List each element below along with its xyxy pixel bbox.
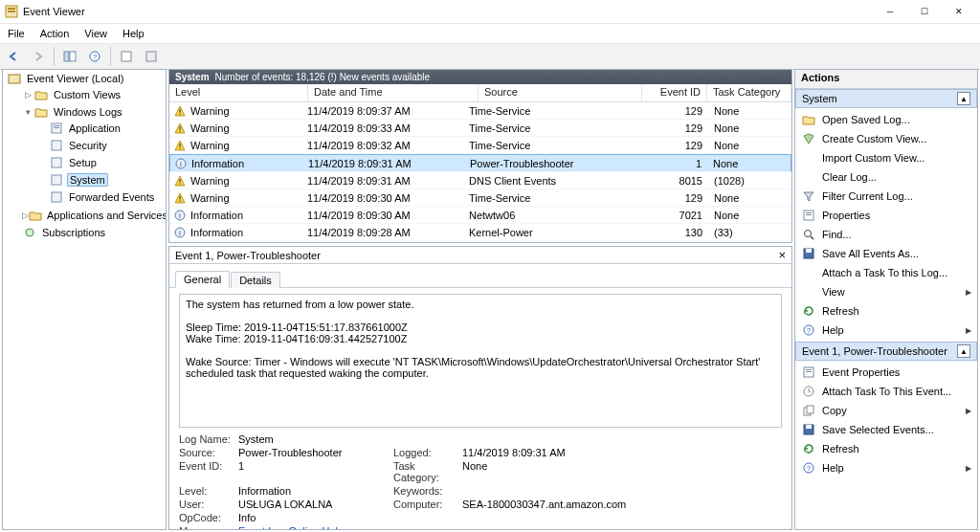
action-icon [801,403,816,418]
action-icon [801,112,816,127]
action-icon [801,422,816,437]
menu-action[interactable]: Action [38,27,72,40]
tree-root[interactable]: Event Viewer (Local) [25,73,125,84]
col-level[interactable]: Level [169,84,308,101]
collapse-icon[interactable]: ▲ [957,92,970,105]
collapse-icon[interactable]: ▲ [957,344,970,358]
action-item[interactable]: Save Selected Events... [795,420,977,439]
action-item[interactable]: ?Help▶ [795,321,977,340]
col-taskcat[interactable]: Task Category [707,84,791,101]
action-icon [801,208,816,223]
action-item[interactable]: ?Help▶ [795,458,977,477]
table-row[interactable]: iInformation11/4/2019 8:09:28 AMKernel-P… [169,241,791,242]
expand-icon[interactable]: ▾ [22,107,33,117]
log-icon [49,173,64,187]
detail-title: Event 1, Power-Troubleshooter [175,250,321,261]
action-icon [801,188,816,204]
table-row[interactable]: Warning11/4/2019 8:09:37 AMTime-Service1… [169,102,791,120]
detail-message[interactable]: The system has returned from a low power… [179,294,782,428]
submenu-arrow-icon: ▶ [966,464,971,473]
action-item[interactable]: Attach a Task To this Log... [795,263,977,282]
svg-rect-8 [146,52,156,61]
action-item[interactable]: Event Properties [795,363,977,382]
action-label: Properties [822,210,870,221]
action-label: Import Custom View... [822,152,924,164]
cell-level: Warning [190,175,230,187]
col-datetime[interactable]: Date and Time [308,84,479,101]
tab-general[interactable]: General [175,271,230,288]
expand-icon[interactable]: ▷ [22,90,33,100]
tree-application[interactable]: Application [67,122,122,134]
minimize-button[interactable]: ─ [873,1,907,22]
col-source[interactable]: Source [479,84,642,101]
menubar: File Action View Help [0,24,980,44]
detail-close-icon[interactable]: × [778,248,786,262]
action-label: Help [822,462,844,474]
table-row[interactable]: iInformation11/4/2019 8:09:31 AMPower-Tr… [169,154,791,172]
expand-icon[interactable]: ▷ [22,211,29,220]
cell-level: Warning [190,105,230,117]
toolbar-btn-1[interactable] [115,45,138,68]
action-item[interactable]: Attach Task To This Event... [795,382,977,401]
tree-custom-views[interactable]: Custom Views [52,89,122,100]
cell-level: Warning [190,122,230,134]
cell-level: Information [190,227,243,238]
cell-eventid: 8015 [650,175,708,187]
action-item[interactable]: Open Saved Log... [795,110,977,129]
action-icon [801,303,816,319]
maximize-button[interactable]: ☐ [907,1,942,22]
tree-setup[interactable]: Setup [67,157,99,168]
table-row[interactable]: Warning11/4/2019 8:09:31 AMDNS Client Ev… [169,172,791,189]
action-item[interactable]: Create Custom View... [795,129,977,148]
titlebar: Event Viewer ─ ☐ ✕ [0,0,980,24]
tab-details[interactable]: Details [231,272,280,288]
action-label: Copy [822,405,847,416]
table-row[interactable]: iInformation11/4/2019 8:09:28 AMKernel-P… [169,224,791,241]
action-item[interactable]: Import Custom View... [795,148,977,167]
close-button[interactable]: ✕ [942,1,976,22]
menu-file[interactable]: File [6,27,27,40]
forward-button[interactable] [27,45,50,68]
tree-forwarded[interactable]: Forwarded Events [67,191,156,203]
action-label: View [822,286,845,298]
action-item[interactable]: Clear Log... [795,167,977,187]
level-icon: i [173,226,187,239]
event-log-help-link[interactable]: Event Log Online Help [238,525,344,529]
tree-apps-svcs[interactable]: Applications and Services Logs [45,210,167,221]
menu-help[interactable]: Help [121,27,146,40]
action-item[interactable]: Save All Events As... [795,244,977,263]
tree-windows-logs[interactable]: Windows Logs [52,106,124,118]
table-row[interactable]: iInformation11/4/2019 8:09:30 AMNetwtw06… [169,207,791,224]
action-item[interactable]: Refresh [795,301,977,321]
column-headers[interactable]: Level Date and Time Source Event ID Task… [169,84,791,102]
action-item[interactable]: View▶ [795,282,977,301]
back-button[interactable] [2,45,25,68]
table-row[interactable]: Warning11/4/2019 8:09:32 AMTime-Service1… [169,137,791,154]
svg-rect-64 [806,369,812,370]
svg-rect-9 [9,75,20,83]
col-eventid[interactable]: Event ID [642,84,707,101]
window-title: Event Viewer [23,6,873,17]
menu-view[interactable]: View [82,27,109,40]
toolbar-btn-2[interactable] [140,45,163,68]
action-item[interactable]: Properties [795,206,977,225]
tree-subs[interactable]: Subscriptions [40,227,107,238]
level-icon [173,104,187,118]
nav-tree[interactable]: Event Viewer (Local) ▷Custom Views ▾Wind… [2,69,167,530]
action-item[interactable]: Filter Current Log... [795,187,977,206]
event-rows[interactable]: Warning11/4/2019 8:09:37 AMTime-Service1… [169,102,791,242]
action-item[interactable]: Copy▶ [795,401,977,420]
svg-rect-29 [179,200,180,201]
table-row[interactable]: Warning11/4/2019 8:09:33 AMTime-Service1… [169,120,791,137]
detail-msg-line: Sleep Time: 2019-11-04T15:51:17.83766100… [186,321,775,333]
actions-group-event[interactable]: Event 1, Power-Troubleshooter▲ [795,342,977,361]
action-item[interactable]: Find... [795,225,977,244]
table-row[interactable]: Warning11/4/2019 8:09:30 AMTime-Service1… [169,189,791,207]
show-hide-tree-button[interactable] [58,45,81,68]
tree-system[interactable]: System [67,173,108,187]
actions-group-system[interactable]: System▲ [795,89,977,108]
tree-security[interactable]: Security [67,140,109,151]
action-item[interactable]: Refresh [795,439,977,458]
cell-datetime: 11/4/2019 8:09:30 AM [305,210,467,221]
help-button[interactable]: ? [83,45,106,68]
